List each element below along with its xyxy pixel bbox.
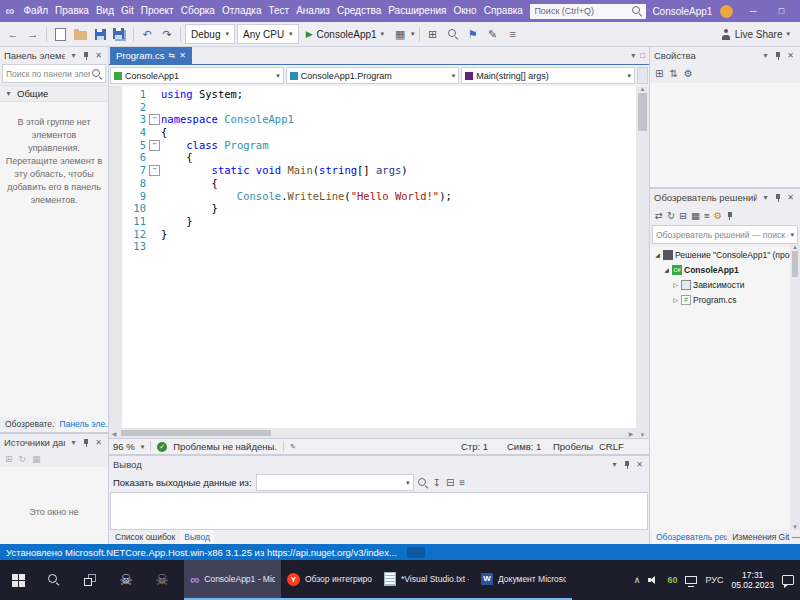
close-icon[interactable]: ✕: [179, 51, 186, 60]
collapse-all-icon[interactable]: ⊟: [679, 210, 687, 221]
taskbar-search-button[interactable]: [36, 560, 72, 600]
menu-item[interactable]: Файл: [20, 0, 52, 22]
properties-gear-icon[interactable]: ⚙: [713, 210, 722, 221]
chevron-down-icon[interactable]: ▾: [68, 51, 79, 60]
properties-header[interactable]: Свойства ▾ ✕: [650, 47, 800, 64]
expander-icon[interactable]: ▷: [672, 296, 679, 303]
file-nesting-icon[interactable]: ≡: [704, 210, 710, 221]
bookmark-icon[interactable]: ⚑: [464, 25, 482, 43]
scroll-left-icon[interactable]: ◀: [109, 430, 119, 437]
scroll-right-icon[interactable]: ▶: [626, 430, 636, 437]
menu-item[interactable]: Проект: [137, 0, 177, 22]
volume-icon[interactable]: [648, 575, 659, 586]
document-tab[interactable]: Program.cs ⇆ ✕: [110, 47, 192, 64]
tree-item[interactable]: ◢ConsoleApp1: [650, 262, 800, 277]
horizontal-scrollbar[interactable]: ◀ ▶: [109, 428, 636, 438]
debug-windows-icon[interactable]: ▦: [391, 25, 409, 43]
fold-collapse-icon[interactable]: −: [149, 165, 160, 176]
toolbox-search[interactable]: Поиск по панели элемен: [2, 64, 106, 83]
panel-tab[interactable]: Обозреватель реше...: [652, 530, 727, 544]
output-source-dropdown[interactable]: ▾: [256, 474, 414, 491]
menu-item[interactable]: Окно: [450, 0, 480, 22]
save-all-icon[interactable]: [111, 25, 129, 43]
taskbar-app[interactable]: ∞ConsoleApp1 - Mic...: [184, 560, 281, 600]
action-center-icon[interactable]: [782, 575, 794, 585]
horizontal-scroll-thumb[interactable]: [121, 430, 271, 436]
menu-item[interactable]: Правка: [52, 0, 93, 22]
explorer-scrollbar[interactable]: ▲ ▼: [790, 244, 800, 530]
add-datasource-icon[interactable]: ⊞: [5, 454, 13, 464]
menu-item[interactable]: Анализ: [293, 0, 334, 22]
project-dropdown[interactable]: ConsoleApp1 ▾: [110, 67, 284, 84]
start-button[interactable]: [0, 560, 36, 600]
chevron-down-icon[interactable]: ▾: [760, 193, 771, 202]
pin-icon[interactable]: [82, 438, 90, 448]
data-sources-header[interactable]: Источники данных ▾ ✕: [0, 434, 108, 451]
pinned-app-button[interactable]: ☠: [144, 560, 180, 600]
tray-expand-icon[interactable]: ∧: [634, 575, 641, 585]
split-window-handle[interactable]: [637, 67, 648, 84]
refresh-icon[interactable]: ↻: [19, 454, 27, 464]
maximize-button[interactable]: □: [767, 0, 795, 22]
test-explorer-icon[interactable]: ⊞: [424, 25, 442, 43]
health-label[interactable]: Проблемы не найдены.: [173, 441, 277, 452]
health-check-icon[interactable]: ✓: [157, 442, 167, 452]
background-task-chip[interactable]: [407, 547, 425, 558]
output-content[interactable]: [110, 492, 648, 530]
expander-icon[interactable]: ◢: [654, 251, 661, 258]
chevron-down-icon[interactable]: ▾: [411, 30, 415, 38]
outline-icon[interactable]: ≡: [504, 25, 522, 43]
close-icon[interactable]: ✕: [785, 51, 796, 60]
sync-active-document-icon[interactable]: ⇄: [655, 210, 663, 221]
menu-item[interactable]: Git: [117, 0, 137, 22]
fold-collapse-icon[interactable]: −: [149, 140, 160, 151]
find-icon[interactable]: [444, 25, 462, 43]
close-icon[interactable]: ✕: [785, 193, 796, 202]
preview-pin-icon[interactable]: [726, 211, 734, 221]
taskbar-clock[interactable]: 17:31 05.02.2023: [731, 570, 774, 590]
navigate-forward-icon[interactable]: →: [24, 25, 42, 43]
scroll-up-icon[interactable]: ▲: [790, 244, 800, 250]
toolbox-group-header[interactable]: ▾ Общие: [0, 85, 108, 102]
alphabetical-icon[interactable]: ⇅: [669, 68, 677, 79]
tree-item[interactable]: ▷Program.cs: [650, 292, 800, 307]
close-icon[interactable]: ✕: [93, 438, 104, 447]
show-all-files-icon[interactable]: ▦: [691, 210, 700, 221]
live-share-button[interactable]: Live Share ▾: [721, 29, 796, 40]
debug-config-dropdown[interactable]: Debug ▾: [185, 24, 235, 44]
clear-all-icon[interactable]: ⊟: [446, 477, 454, 488]
expander-icon[interactable]: ▷: [672, 281, 679, 288]
scroll-up-icon[interactable]: ▲: [638, 86, 648, 92]
solution-explorer-header[interactable]: Обозреватель решений ▾ ✕: [650, 189, 800, 206]
configure-icon[interactable]: ▦: [32, 454, 41, 464]
language-indicator[interactable]: РУС: [705, 575, 723, 585]
scroll-down-icon[interactable]: ▼: [790, 524, 800, 530]
run-button[interactable]: ▶ ConsoleApp1 ▾: [301, 24, 389, 44]
pin-icon[interactable]: [774, 51, 782, 61]
scroll-to-end-icon[interactable]: ↧: [433, 477, 441, 488]
panel-tab[interactable]: Обозревате...: [1, 417, 55, 432]
task-view-button[interactable]: [72, 560, 108, 600]
menu-item[interactable]: Отладка: [218, 0, 265, 22]
menu-item[interactable]: Средства: [333, 0, 384, 22]
eol-indicator[interactable]: CRLF: [599, 441, 645, 452]
property-pages-icon[interactable]: ⚙: [684, 68, 693, 79]
taskbar-app[interactable]: WДокумент Microso...: [475, 560, 572, 600]
chevron-down-icon[interactable]: ▾: [760, 51, 771, 60]
output-header[interactable]: Вывод ▾ ✕: [109, 456, 649, 473]
tree-item[interactable]: ◢Решение "ConsoleApp1" (проекты: 1 из 1): [650, 247, 800, 262]
new-file-icon[interactable]: [51, 25, 69, 43]
titlebar-search[interactable]: Поиск (Ctrl+Q): [530, 4, 646, 19]
spaces-indicator[interactable]: Пробелы: [553, 441, 599, 452]
battery-indicator[interactable]: 60: [667, 575, 677, 585]
explorer-scroll-thumb[interactable]: [792, 251, 798, 277]
type-dropdown[interactable]: ConsoleApp1.Program ▾: [286, 67, 460, 84]
member-dropdown[interactable]: Main(string[] args) ▾: [461, 67, 635, 84]
solution-explorer-search[interactable]: Обозреватель решений — поиск (Ctrl+» ▾: [652, 225, 798, 244]
pin-icon[interactable]: [623, 460, 631, 470]
menu-item[interactable]: Расширения: [385, 0, 450, 22]
user-avatar[interactable]: [720, 5, 733, 18]
undo-icon[interactable]: ↶: [138, 25, 156, 43]
network-icon[interactable]: [685, 576, 697, 584]
fold-collapse-icon[interactable]: −: [149, 114, 160, 125]
